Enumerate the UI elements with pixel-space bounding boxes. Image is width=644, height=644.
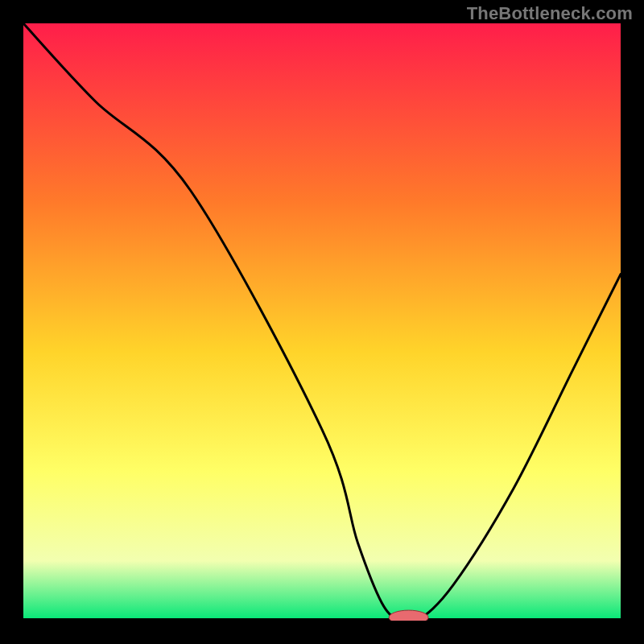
watermark-text: TheBottleneck.com [467,3,633,24]
plot-svg [23,23,621,621]
gradient-background [23,23,621,621]
plot-area [23,23,621,621]
chart-frame: TheBottleneck.com [0,0,644,644]
